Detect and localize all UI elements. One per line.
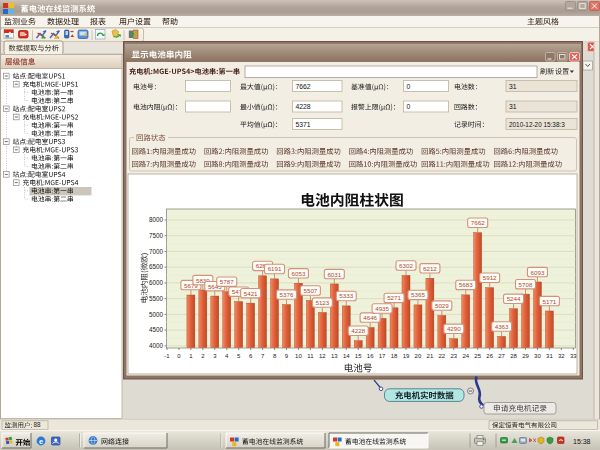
svg-text:5421: 5421 — [244, 290, 258, 297]
svg-text:16: 16 — [367, 353, 374, 359]
svg-text:4500: 4500 — [149, 326, 164, 333]
svg-text:31: 31 — [546, 353, 553, 359]
svg-text:21: 21 — [427, 353, 434, 359]
svg-text:5708: 5708 — [519, 281, 533, 288]
svg-text:11: 11 — [307, 353, 314, 359]
svg-text:5171: 5171 — [543, 298, 557, 305]
svg-text:e: e — [39, 437, 43, 446]
svg-text:6302: 6302 — [399, 262, 413, 269]
svg-text:5500: 5500 — [149, 295, 164, 302]
svg-text:7662: 7662 — [471, 219, 485, 226]
svg-text:31: 31 — [509, 103, 517, 110]
svg-text:0: 0 — [407, 83, 411, 90]
svg-text:12: 12 — [319, 353, 326, 359]
svg-text:24: 24 — [462, 353, 469, 359]
svg-text:28: 28 — [510, 353, 517, 359]
svg-text:7000: 7000 — [149, 248, 164, 255]
svg-text:6093: 6093 — [531, 269, 545, 276]
svg-text:22: 22 — [439, 353, 446, 359]
svg-text:6191: 6191 — [268, 265, 282, 272]
svg-text:6031: 6031 — [327, 271, 341, 278]
svg-text:32: 32 — [558, 353, 565, 359]
svg-text:27: 27 — [498, 353, 505, 359]
svg-text:7500: 7500 — [149, 232, 164, 239]
svg-text:33: 33 — [570, 353, 577, 359]
svg-text:0: 0 — [407, 103, 411, 110]
svg-text:4646: 4646 — [363, 314, 377, 321]
svg-text:5912: 5912 — [483, 274, 497, 281]
svg-text:5683: 5683 — [459, 281, 473, 288]
svg-text:4935: 4935 — [375, 305, 389, 312]
svg-text:13: 13 — [331, 353, 338, 359]
svg-text:4000: 4000 — [149, 342, 164, 349]
svg-text:4228: 4228 — [351, 327, 365, 334]
svg-text:15: 15 — [355, 353, 362, 359]
svg-text:88: 88 — [34, 421, 42, 428]
svg-text:18: 18 — [391, 353, 398, 359]
svg-text:20: 20 — [415, 353, 422, 359]
svg-text:5787: 5787 — [220, 278, 234, 285]
svg-text:26: 26 — [486, 353, 493, 359]
svg-text:4363: 4363 — [495, 323, 509, 330]
svg-text:6212: 6212 — [423, 265, 437, 272]
svg-text:25: 25 — [474, 353, 481, 359]
svg-text:5029: 5029 — [435, 302, 449, 309]
svg-text:5244: 5244 — [507, 295, 521, 302]
svg-text:15:38: 15:38 — [573, 438, 591, 445]
svg-text:5000: 5000 — [149, 311, 164, 318]
svg-text:5365: 5365 — [411, 291, 425, 298]
svg-text:5123: 5123 — [315, 299, 329, 306]
svg-text:5507: 5507 — [304, 287, 318, 294]
svg-text:5376: 5376 — [280, 291, 294, 298]
svg-text:-1: -1 — [164, 353, 170, 359]
svg-text:5271: 5271 — [387, 294, 401, 301]
svg-text:23: 23 — [450, 353, 457, 359]
svg-text:6500: 6500 — [149, 263, 164, 270]
svg-text:4228: 4228 — [296, 103, 311, 110]
svg-text:10: 10 — [295, 353, 302, 359]
svg-text:31: 31 — [509, 83, 517, 90]
svg-text:6053: 6053 — [292, 270, 306, 277]
svg-text:4290: 4290 — [447, 325, 461, 332]
svg-text:14: 14 — [343, 353, 350, 359]
svg-text:7662: 7662 — [296, 83, 311, 90]
svg-text:19: 19 — [403, 353, 410, 359]
svg-text:2010-12-20 15:38:3: 2010-12-20 15:38:3 — [509, 121, 565, 128]
svg-text:6000: 6000 — [149, 279, 164, 286]
svg-text:5371: 5371 — [296, 121, 311, 128]
svg-text:5333: 5333 — [339, 292, 353, 299]
svg-text:17: 17 — [379, 353, 386, 359]
svg-text:29: 29 — [522, 353, 529, 359]
svg-text:30: 30 — [534, 353, 541, 359]
svg-text:8000: 8000 — [149, 216, 164, 223]
